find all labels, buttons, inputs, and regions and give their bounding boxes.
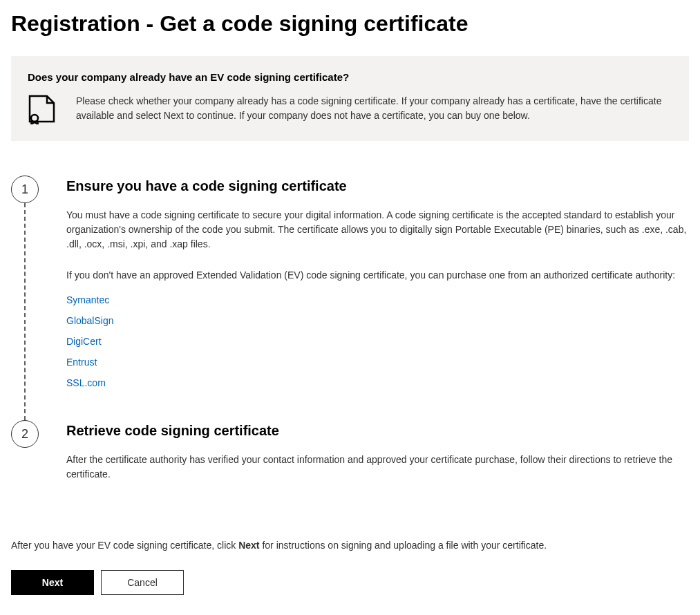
step-2: 2 Retrieve code signing certificate Afte… [11,420,689,498]
ca-link-globalsign[interactable]: GlobalSign [66,315,114,326]
step-1-para-1: You must have a code signing certificate… [66,208,689,252]
step-2-para-1: After the certificate authority has veri… [66,453,689,482]
step-1-heading: Ensure you have a code signing certifica… [66,178,689,194]
ca-link-entrust[interactable]: Entrust [66,357,97,368]
ca-link-symantec[interactable]: Symantec [66,294,109,305]
certificate-icon [28,94,57,124]
page-title: Registration - Get a code signing certif… [11,11,689,37]
next-button[interactable]: Next [11,570,94,595]
cancel-button[interactable]: Cancel [101,570,184,595]
ca-link-list: Symantec GlobalSign DigiCert Entrust SSL… [66,294,689,389]
notice-text: Please check whether your company alread… [76,94,672,123]
ca-link-sslcom[interactable]: SSL.com [66,377,106,388]
step-2-heading: Retrieve code signing certificate [66,423,689,439]
notice-box: Does your company already have an EV cod… [11,56,689,141]
step-number-1: 1 [11,176,39,203]
step-number-2: 2 [11,420,39,448]
ca-link-digicert[interactable]: DigiCert [66,336,102,347]
steps-container: 1 Ensure you have a code signing certifi… [11,176,689,498]
notice-heading: Does your company already have an EV cod… [28,71,672,83]
footer-instruction: After you have your EV code signing cert… [11,540,689,551]
button-row: Next Cancel [11,570,689,595]
step-1: 1 Ensure you have a code signing certifi… [11,176,689,420]
step-1-para-2: If you don't have an approved Extended V… [66,268,689,283]
